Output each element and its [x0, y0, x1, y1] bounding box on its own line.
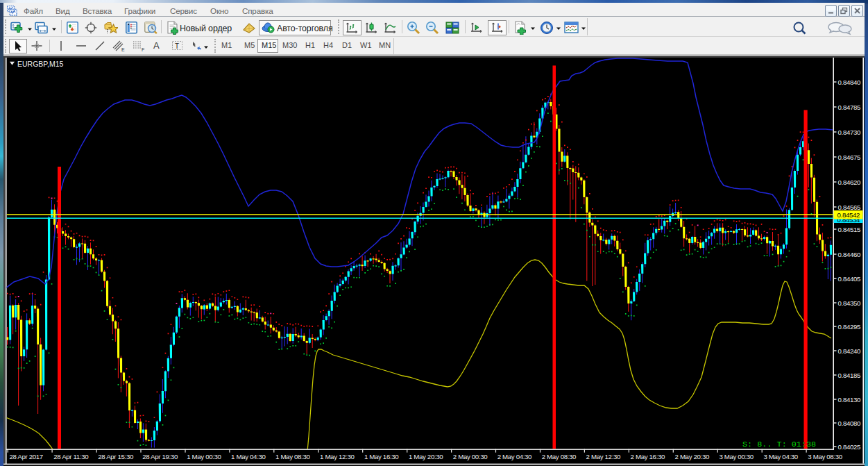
svg-text:0.84350: 0.84350	[838, 299, 862, 307]
svg-text:0.84240: 0.84240	[838, 347, 862, 355]
svg-text:2 May 04:30: 2 May 04:30	[497, 453, 532, 460]
svg-text:EURGBP,M15: EURGBP,M15	[17, 60, 63, 68]
svg-text:28 Apr 2017: 28 Apr 2017	[9, 453, 42, 460]
svg-text:1 May 20:30: 1 May 20:30	[409, 453, 443, 460]
svg-text:0.84785: 0.84785	[838, 103, 861, 111]
svg-text:28 Apr 11:30: 28 Apr 11:30	[53, 453, 89, 460]
svg-text:0.84840: 0.84840	[838, 78, 862, 86]
svg-text:28 Apr 19:30: 28 Apr 19:30	[142, 453, 178, 460]
svg-text:2 May 20:30: 2 May 20:30	[675, 453, 710, 460]
svg-text:0.84025: 0.84025	[838, 443, 861, 451]
svg-text:1 May 04:30: 1 May 04:30	[231, 453, 266, 460]
svg-text:0.84185: 0.84185	[838, 372, 861, 379]
svg-text:2 May 16:30: 2 May 16:30	[631, 453, 665, 460]
svg-text:28 Apr 15:30: 28 Apr 15:30	[98, 453, 134, 460]
svg-text:0.84515: 0.84515	[838, 226, 861, 233]
svg-text:0.84460: 0.84460	[838, 251, 862, 258]
svg-text:0.84730: 0.84730	[838, 128, 862, 136]
svg-text:2 May 08:30: 2 May 08:30	[542, 453, 577, 460]
svg-text:2 May 12:30: 2 May 12:30	[586, 453, 621, 460]
svg-text:0.84295: 0.84295	[838, 323, 861, 331]
svg-text:0.84675: 0.84675	[838, 153, 861, 161]
svg-text:3 May 08:30: 3 May 08:30	[808, 453, 842, 460]
svg-text:S: 8.. T: 01:38: S: 8.. T: 01:38	[742, 440, 816, 449]
svg-text:1 May 08:30: 1 May 08:30	[275, 453, 310, 460]
svg-text:0.84405: 0.84405	[838, 275, 861, 283]
svg-text:1 May 12:30: 1 May 12:30	[320, 453, 355, 460]
svg-text:0.84620: 0.84620	[838, 178, 862, 186]
svg-text:2 May 00:30: 2 May 00:30	[453, 453, 488, 460]
svg-text:1 May 16:30: 1 May 16:30	[364, 453, 399, 460]
svg-text:3 May 00:30: 3 May 00:30	[719, 453, 754, 460]
svg-text:0.84542: 0.84542	[837, 211, 860, 219]
svg-text:0.84080: 0.84080	[838, 419, 862, 427]
svg-text:0.84565: 0.84565	[838, 203, 861, 211]
svg-text:3 May 04:30: 3 May 04:30	[763, 453, 798, 460]
svg-text:1 May 00:30: 1 May 00:30	[187, 453, 221, 460]
svg-text:0.84130: 0.84130	[838, 396, 862, 403]
